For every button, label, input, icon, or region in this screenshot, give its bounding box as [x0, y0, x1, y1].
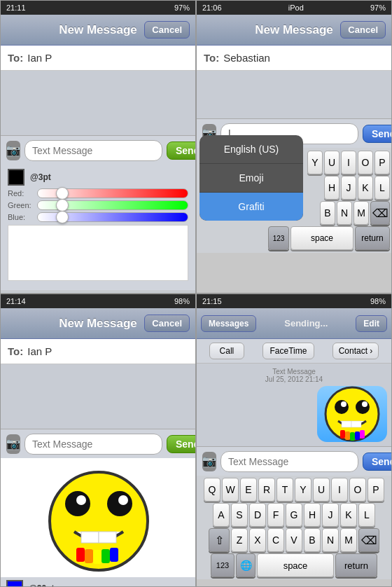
messages-tab[interactable]: Messages — [201, 315, 256, 332]
svg-point-4 — [118, 495, 128, 505]
key-123-4[interactable]: 123 — [211, 553, 234, 577]
space-key-4[interactable]: space — [257, 553, 334, 577]
send-button-2[interactable]: Send — [363, 125, 392, 143]
return-key-4[interactable]: return — [335, 553, 377, 577]
key-y4[interactable]: Y — [295, 478, 312, 502]
facetime-button[interactable]: FaceTime — [262, 343, 315, 359]
send-button-4[interactable]: Send — [363, 453, 392, 471]
key-o4[interactable]: O — [349, 478, 366, 502]
drawing-tools-1: @3pt Red: Green: Blue: — [1, 165, 195, 294]
cancel-button-1[interactable]: Cancel — [144, 21, 190, 39]
text-input-1[interactable] — [24, 140, 162, 161]
key-n4[interactable]: N — [322, 528, 339, 552]
svg-rect-19 — [340, 430, 345, 438]
key-i[interactable]: I — [341, 151, 356, 174]
status-bar-4: 21:15 98% — [197, 294, 391, 308]
key-x[interactable]: X — [249, 528, 266, 552]
key-k4[interactable]: K — [340, 503, 357, 527]
key-return[interactable]: return — [355, 226, 390, 250]
cancel-button-2[interactable]: Cancel — [340, 21, 386, 39]
key-o[interactable]: O — [358, 151, 373, 174]
key-p4[interactable]: P — [368, 478, 384, 502]
svg-rect-6 — [99, 532, 116, 543]
send-button-1[interactable]: Send — [167, 141, 196, 160]
key-f[interactable]: F — [267, 503, 284, 527]
svg-rect-18 — [351, 421, 361, 427]
key-u[interactable]: U — [324, 151, 340, 174]
cancel-button-3[interactable]: Cancel — [144, 315, 190, 332]
status-right-1: 97% — [174, 4, 190, 12]
key-z[interactable]: Z — [231, 528, 248, 552]
svg-point-3 — [76, 495, 86, 505]
text-input-3[interactable] — [24, 434, 162, 455]
contact-button[interactable]: Contact › — [332, 343, 379, 359]
chat-bubble-4 — [317, 386, 387, 442]
key-v[interactable]: V — [286, 528, 302, 552]
key-h[interactable]: H — [324, 176, 340, 200]
nav-bar-2: New Message Cancel — [197, 15, 391, 46]
text-input-4[interactable] — [220, 451, 358, 472]
svg-rect-21 — [350, 432, 355, 441]
lang-grafiti[interactable]: Grafiti — [200, 193, 303, 221]
key-t[interactable]: T — [276, 478, 293, 502]
color-row-3: @20pt — [6, 580, 190, 587]
shift-key-4[interactable]: ⇧ — [209, 528, 230, 552]
key-w[interactable]: W — [222, 478, 239, 502]
camera-icon-1[interactable]: 📷 — [6, 141, 20, 160]
status-bar-1: 21:11 97% — [1, 1, 195, 15]
send-button-3[interactable]: Send — [167, 435, 196, 453]
svg-rect-5 — [81, 532, 99, 543]
status-bar-2: 21:06 iPod 97% — [197, 1, 391, 15]
delete-key[interactable]: ⌫ — [370, 201, 390, 225]
call-button[interactable]: Call — [209, 343, 245, 359]
key-j4[interactable]: J — [322, 503, 339, 527]
nav-bar-3: New Message Cancel — [1, 308, 195, 339]
key-m4[interactable]: M — [340, 528, 357, 552]
key-e[interactable]: E — [240, 478, 257, 502]
key-space[interactable]: space — [290, 226, 354, 250]
to-label-2: To: — [204, 52, 219, 64]
key-l4[interactable]: L — [358, 503, 375, 527]
delete-key-4[interactable]: ⌫ — [358, 528, 379, 552]
to-field-2: To: Sebastian — [197, 46, 391, 71]
key-q[interactable]: Q — [204, 478, 220, 502]
nav-title-2: New Message — [255, 23, 333, 37]
key-g[interactable]: G — [286, 503, 302, 527]
edit-button-4[interactable]: Edit — [356, 315, 387, 332]
key-l[interactable]: L — [374, 176, 390, 200]
drawing-canvas-3[interactable] — [1, 458, 195, 577]
key-c[interactable]: C — [267, 528, 284, 552]
drawing-tools-3: @20pt Red: Green: Blue: — [1, 577, 195, 587]
key-p[interactable]: P — [374, 151, 390, 174]
key-k[interactable]: K — [358, 176, 373, 200]
svg-point-2 — [107, 491, 132, 516]
key-i4[interactable]: I — [331, 478, 348, 502]
svg-point-16 — [362, 401, 368, 407]
message-area-2 — [197, 71, 391, 118]
status-time-2: 21:06 — [202, 4, 222, 12]
status-time-3: 21:14 — [6, 297, 26, 305]
key-u4[interactable]: U — [313, 478, 330, 502]
key-y[interactable]: Y — [307, 151, 323, 174]
key-d[interactable]: D — [249, 503, 266, 527]
key-b2[interactable]: B — [320, 201, 335, 225]
nav-bar-1: New Message Cancel — [1, 15, 195, 46]
key-m[interactable]: M — [354, 201, 369, 225]
lang-emoji[interactable]: Emoji — [200, 164, 303, 193]
svg-rect-9 — [93, 550, 102, 564]
key-s[interactable]: S — [231, 503, 248, 527]
key-b4[interactable]: B — [304, 528, 321, 552]
camera-icon-4[interactable]: 📷 — [202, 452, 216, 471]
chat-meta-4: Text Message Jul 25, 2012 21:14 — [201, 368, 387, 383]
lang-english[interactable]: English (US) — [200, 135, 303, 164]
key-a[interactable]: A — [213, 503, 230, 527]
key-123[interactable]: 123 — [268, 226, 289, 250]
key-r[interactable]: R — [258, 478, 275, 502]
svg-point-13 — [335, 400, 349, 414]
key-j[interactable]: J — [341, 176, 356, 200]
key-h4[interactable]: H — [304, 503, 321, 527]
camera-icon-3[interactable]: 📷 — [6, 434, 20, 454]
to-value-3: Ian P — [27, 345, 52, 357]
globe-key-4[interactable]: 🌐 — [236, 553, 255, 577]
key-n[interactable]: N — [337, 201, 352, 225]
